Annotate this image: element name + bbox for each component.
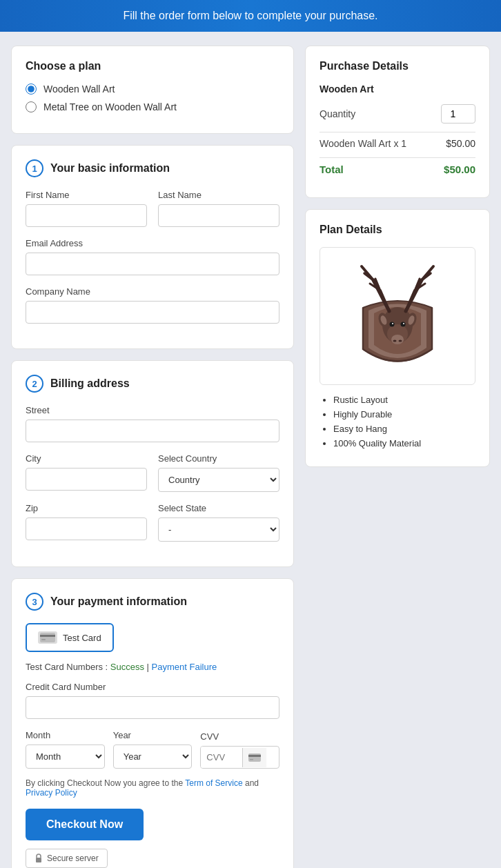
terms-of-service-link[interactable]: Term of Service	[185, 778, 242, 788]
zip-state-row: Zip Select State -	[26, 503, 279, 542]
email-row: Email Address	[26, 238, 279, 275]
cc-number-input[interactable]	[26, 696, 279, 719]
payment-title: Your payment information	[50, 595, 187, 608]
payment-section: 3 Your payment information Test Card Tes…	[11, 578, 294, 868]
svg-rect-0	[40, 633, 55, 642]
email-input[interactable]	[26, 253, 279, 275]
billing-title: Billing address	[50, 377, 130, 390]
total-label: Total	[320, 164, 344, 175]
street-label: Street	[26, 405, 279, 415]
city-input[interactable]	[26, 468, 147, 491]
svg-point-11	[401, 322, 406, 326]
first-name-input[interactable]	[26, 204, 147, 227]
last-name-input[interactable]	[158, 204, 279, 227]
total-price: $50.00	[444, 164, 475, 175]
step-number-3: 3	[26, 593, 43, 611]
success-link[interactable]: Success	[110, 662, 144, 672]
lock-icon	[35, 854, 43, 863]
zip-group: Zip	[26, 503, 147, 542]
plan-option-metal[interactable]: Metal Tree on Wooden Wall Art	[26, 101, 279, 112]
checkout-button[interactable]: Checkout Now	[26, 809, 144, 840]
basic-info-section: 1 Your basic information First Name Last…	[11, 145, 294, 349]
secure-label: Secure server	[47, 854, 99, 863]
city-country-row: City Select Country Country	[26, 453, 279, 492]
payment-header: 3 Your payment information	[26, 593, 279, 611]
cc-number-group: Credit Card Number	[26, 682, 279, 719]
svg-point-9	[391, 335, 404, 344]
cvv-input[interactable]	[201, 747, 242, 768]
billing-section: 2 Billing address Street City Select Cou…	[11, 360, 294, 567]
month-select[interactable]: Month 010203 040506 070809 101112	[26, 744, 105, 769]
street-row: Street	[26, 405, 279, 442]
quantity-input[interactable]	[441, 104, 475, 124]
purchase-product-name: Wooden Art	[320, 83, 475, 95]
state-select[interactable]: -	[158, 517, 279, 542]
pipe-separator: |	[147, 662, 149, 672]
test-card-note: Test Card Numbers : Success | Payment Fa…	[26, 662, 279, 672]
company-label: Company Name	[26, 286, 279, 297]
basic-info-header: 1 Your basic information	[26, 159, 279, 177]
feature-1: Rustic Layout	[333, 395, 475, 405]
cvv-field-wrapper	[200, 746, 279, 769]
purchase-details-title: Purchase Details	[320, 60, 475, 72]
plan-section: Choose a plan Wooden Wall Art Metal Tree…	[11, 46, 294, 134]
svg-point-10	[390, 322, 395, 326]
plan-image	[320, 247, 475, 385]
basic-info-title: Your basic information	[50, 162, 170, 175]
cc-number-row: Credit Card Number	[26, 682, 279, 719]
street-input[interactable]	[26, 420, 279, 442]
cvv-card-icon	[242, 748, 266, 767]
last-name-group: Last Name	[158, 190, 279, 227]
test-card-label: Test Card	[63, 633, 101, 643]
zip-input[interactable]	[26, 517, 147, 540]
company-input[interactable]	[26, 301, 279, 324]
email-label: Email Address	[26, 238, 279, 248]
banner-text: Fill the order form below to complete yo…	[123, 10, 377, 21]
year-label: Year	[113, 730, 193, 740]
plan-details-title: Plan Details	[320, 224, 475, 236]
plan-option-wooden[interactable]: Wooden Wall Art	[26, 83, 279, 95]
right-column: Purchase Details Wooden Art Quantity Woo…	[305, 46, 490, 868]
country-select[interactable]: Country	[158, 468, 279, 492]
step-number-1: 1	[26, 159, 43, 177]
city-label: City	[26, 453, 147, 464]
svg-point-30	[393, 339, 397, 342]
line-item-row: Wooden Wall Art x 1 $50.00	[320, 138, 475, 149]
month-label: Month	[26, 730, 105, 740]
svg-point-31	[399, 339, 402, 342]
test-card-button[interactable]: Test Card	[26, 623, 114, 652]
top-banner: Fill the order form below to complete yo…	[0, 0, 501, 32]
name-row: First Name Last Name	[26, 190, 279, 227]
line-item-label: Wooden Wall Art x 1	[320, 138, 406, 149]
email-group: Email Address	[26, 238, 279, 275]
plan-radio-wooden[interactable]	[26, 83, 37, 95]
street-group: Street	[26, 405, 279, 442]
cc-number-label: Credit Card Number	[26, 682, 279, 692]
plan-radio-metal[interactable]	[26, 101, 37, 112]
feature-2: Highly Durable	[333, 409, 475, 420]
country-label: Select Country	[158, 453, 279, 464]
line-item-price: $50.00	[446, 138, 475, 149]
year-select[interactable]: Year 20242025202620272028	[113, 744, 193, 769]
state-label: Select State	[158, 503, 279, 513]
feature-4: 100% Quality Material	[333, 438, 475, 448]
svg-rect-4	[248, 755, 261, 757]
deer-illustration	[349, 253, 446, 380]
failure-link[interactable]: Payment Failure	[152, 662, 217, 672]
plan-label-metal: Metal Tree on Wooden Wall Art	[43, 101, 177, 112]
payment-expiry-row: Month Month 010203 040506 070809 101112 …	[26, 730, 279, 769]
plan-label-wooden: Wooden Wall Art	[43, 83, 115, 95]
secure-badge: Secure server	[26, 849, 108, 868]
year-group: Year Year 20242025202620272028	[113, 730, 193, 769]
first-name-group: First Name	[26, 190, 147, 227]
step-number-2: 2	[26, 375, 43, 393]
feature-3: Easy to Hang	[333, 424, 475, 434]
privacy-policy-link[interactable]: Privacy Policy	[26, 788, 77, 798]
billing-header: 2 Billing address	[26, 375, 279, 393]
cvv-label: CVV	[200, 731, 279, 742]
left-column: Choose a plan Wooden Wall Art Metal Tree…	[11, 46, 294, 868]
svg-rect-6	[36, 858, 41, 862]
first-name-label: First Name	[26, 190, 147, 200]
plan-details-card: Plan Details	[305, 209, 490, 467]
zip-label: Zip	[26, 503, 147, 513]
